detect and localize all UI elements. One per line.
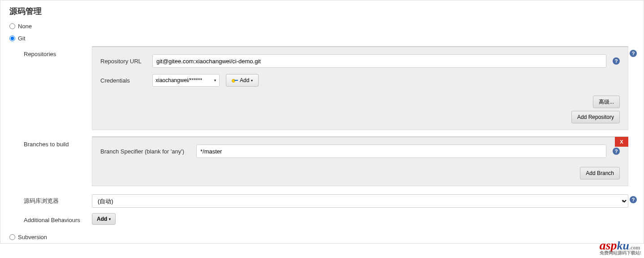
- repository-panel: Repository URL ? Credentials xiaochangwe…: [92, 46, 628, 130]
- branch-panel: X Branch Specifier (blank for 'any') ? A…: [92, 136, 628, 186]
- add-behaviour-button[interactable]: Add ▾: [92, 213, 116, 225]
- radio-subversion[interactable]: [9, 234, 15, 240]
- chevron-down-icon: ▾: [251, 79, 253, 83]
- behaviours-label: Additional Behaviours: [17, 212, 92, 223]
- radio-git-label: Git: [18, 35, 26, 42]
- add-credentials-button[interactable]: Add ▾: [226, 74, 259, 87]
- radio-none[interactable]: [9, 23, 15, 29]
- repositories-label: Repositories: [17, 46, 92, 57]
- scm-option-subversion[interactable]: Subversion: [0, 231, 644, 243]
- scm-section: 源码管理 None Git Repositories Repository UR…: [0, 0, 644, 244]
- key-icon: [232, 79, 238, 82]
- scm-option-git[interactable]: Git: [0, 32, 644, 44]
- radio-none-label: None: [18, 23, 32, 30]
- repo-browser-row: 源码库浏览器 (自动) ?: [17, 191, 638, 210]
- repositories-row: Repositories Repository URL ? Credential…: [17, 44, 638, 135]
- branches-label: Branches to build: [17, 136, 92, 148]
- add-repository-button[interactable]: Add Repository: [571, 111, 620, 123]
- radio-git[interactable]: [9, 35, 15, 41]
- chevron-down-icon: ▾: [109, 217, 111, 221]
- delete-branch-button[interactable]: X: [615, 137, 628, 147]
- branch-specifier-label: Branch Specifier (blank for 'any'): [100, 148, 193, 155]
- help-icon[interactable]: ?: [613, 148, 620, 155]
- credentials-select[interactable]: xiaochangwei/******: [152, 74, 220, 87]
- credentials-label: Credentials: [100, 77, 149, 84]
- branch-specifier-input[interactable]: [196, 144, 606, 158]
- repo-browser-select[interactable]: (自动): [92, 194, 628, 208]
- section-title: 源码管理: [0, 0, 644, 20]
- radio-subversion-label: Subversion: [18, 234, 47, 241]
- advanced-button[interactable]: 高级...: [593, 96, 620, 108]
- git-config-block: Repositories Repository URL ? Credential…: [11, 44, 644, 231]
- help-icon[interactable]: ?: [630, 196, 637, 203]
- repo-browser-label: 源码库浏览器: [17, 192, 92, 205]
- repo-url-input[interactable]: [152, 54, 606, 68]
- help-icon[interactable]: ?: [613, 57, 620, 65]
- add-branch-button[interactable]: Add Branch: [580, 167, 620, 179]
- scm-option-none[interactable]: None: [0, 20, 644, 32]
- help-icon[interactable]: ?: [630, 50, 637, 57]
- watermark: aspku.com 免费网站源码下载站!: [600, 238, 641, 244]
- branches-row: Branches to build X Branch Specifier (bl…: [17, 135, 638, 191]
- behaviours-row: Additional Behaviours Add ▾: [17, 210, 638, 231]
- repo-url-label: Repository URL: [100, 58, 149, 65]
